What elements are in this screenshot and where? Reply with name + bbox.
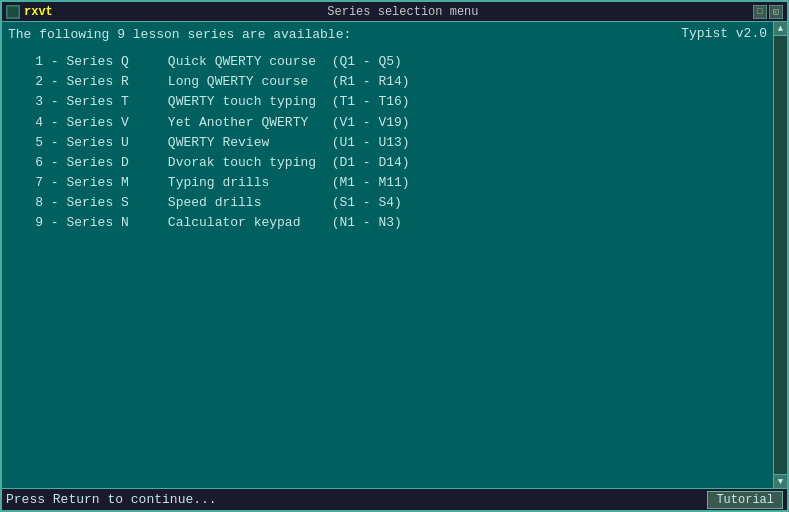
app-name: rxvt (24, 5, 53, 19)
title-bar: rxvt Series selection menu □ ◱ (2, 2, 787, 22)
bottom-bar: Press Return to continue... Tutorial (2, 488, 787, 510)
series-list: 1 - Series Q Quick QWERTY course (Q1 - Q… (4, 52, 771, 233)
main-window: rxvt Series selection menu □ ◱ The follo… (0, 0, 789, 512)
terminal-content: The following 9 lesson series are availa… (2, 22, 773, 488)
list-item: 9 - Series N Calculator keypad (N1 - N3) (4, 213, 771, 233)
header-text: The following 9 lesson series are availa… (4, 26, 351, 44)
typist-version: Typist v2.0 (681, 26, 771, 41)
content-and-scrollbar: The following 9 lesson series are availa… (2, 22, 787, 488)
press-return-text: Press Return to continue... (6, 492, 707, 507)
window-title: Series selection menu (53, 5, 753, 19)
scroll-up-button[interactable]: ▲ (774, 22, 787, 36)
list-item: 4 - Series V Yet Another QWERTY (V1 - V1… (4, 113, 771, 133)
app-icon (6, 5, 20, 19)
list-item: 3 - Series T QWERTY touch typing (T1 - T… (4, 92, 771, 112)
list-item: 2 - Series R Long QWERTY course (R1 - R1… (4, 72, 771, 92)
tutorial-button[interactable]: Tutorial (707, 491, 783, 509)
scroll-down-button[interactable]: ▼ (774, 474, 787, 488)
list-item: 8 - Series S Speed drills (S1 - S4) (4, 193, 771, 213)
list-item: 1 - Series Q Quick QWERTY course (Q1 - Q… (4, 52, 771, 72)
list-item: 7 - Series M Typing drills (M1 - M11) (4, 173, 771, 193)
list-item: 6 - Series D Dvorak touch typing (D1 - D… (4, 153, 771, 173)
maximize-button[interactable]: ◱ (769, 5, 783, 19)
list-item: 5 - Series U QWERTY Review (U1 - U13) (4, 133, 771, 153)
minimize-button[interactable]: □ (753, 5, 767, 19)
scrollbar-track (774, 36, 787, 474)
window-controls: □ ◱ (753, 5, 783, 19)
svg-rect-1 (8, 7, 18, 17)
scrollbar: ▲ ▼ (773, 22, 787, 488)
